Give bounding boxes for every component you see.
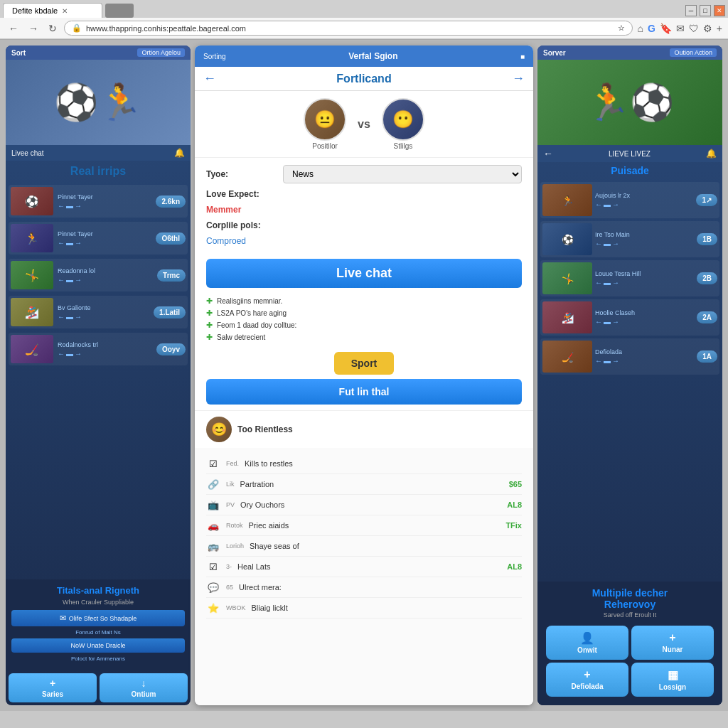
list-item: 🚗 Rotok Priec aiaids TFix <box>206 515 522 536</box>
active-tab[interactable]: Defite kbdale ✕ <box>3 3 102 18</box>
arrow-control[interactable]: ▬ <box>604 318 611 326</box>
right-nav-prev[interactable]: ← <box>543 148 553 159</box>
arrow-right[interactable]: → <box>612 240 619 247</box>
maximize-btn[interactable]: □ <box>700 5 711 16</box>
match-score-btn[interactable]: O6thl <box>156 232 186 245</box>
center-nav-next[interactable]: → <box>512 71 525 86</box>
match-score-btn[interactable]: 2A <box>697 311 717 323</box>
mail-icon[interactable]: ✉ <box>676 23 685 34</box>
arrow-control[interactable]: ▬ <box>66 202 73 210</box>
match-score-btn[interactable]: 1↗ <box>696 194 717 206</box>
match-name: Aujouis lr 2x <box>595 192 693 199</box>
arrow-control[interactable]: ▬ <box>66 239 73 247</box>
tab-close-btn[interactable]: ✕ <box>62 7 68 15</box>
arrow-left[interactable]: ← <box>595 279 602 287</box>
left-header-btn[interactable]: Ortion Agelou <box>137 48 185 57</box>
arrow-right[interactable]: → <box>75 202 82 210</box>
arrow-control[interactable]: ▬ <box>66 276 73 284</box>
match-score-btn[interactable]: Trmc <box>157 269 186 282</box>
arrow-control[interactable]: ▬ <box>604 279 611 287</box>
user-section: 😊 Too Rientless <box>195 410 533 448</box>
address-text: hwww.thappring.conhis:peattale.bagereal.… <box>86 24 614 33</box>
trial-button[interactable]: Fut lin thal <box>206 379 522 405</box>
list-item: 🤸 Readonna lol ← ▬ → Trmc <box>9 259 188 291</box>
right-btn2[interactable]: + Nunar <box>631 626 714 660</box>
arrow-right[interactable]: → <box>75 239 82 247</box>
arrow-right[interactable]: → <box>612 318 619 326</box>
arrow-right[interactable]: → <box>612 200 619 208</box>
check-icon: ✚ <box>206 309 213 318</box>
user-avatar: 😊 <box>206 417 232 442</box>
arrow-control[interactable]: ▬ <box>66 313 73 321</box>
nav-icons: ⌂ G 🔖 ✉ 🛡 ⚙ + <box>637 23 722 34</box>
form-section: Tyoe: News Love Expect: Memmer Corplile … <box>195 158 533 259</box>
left-btn1[interactable]: ✉ Olife Sfect So Shadaple <box>11 610 185 626</box>
center-nav-prev[interactable]: ← <box>203 71 216 86</box>
arrow-right[interactable]: → <box>75 276 82 284</box>
match-score-btn[interactable]: Ooyv <box>156 343 186 355</box>
arrow-left[interactable]: ← <box>595 240 602 247</box>
match-score-btn[interactable]: 1B <box>697 233 717 245</box>
form-type-select[interactable]: News <box>283 165 522 183</box>
list-item: 🏃 Pinnet Tayer ← ▬ → O6thl <box>9 222 188 255</box>
arrow-left[interactable]: ← <box>58 239 65 247</box>
plus-icon[interactable]: + <box>717 23 722 34</box>
close-btn[interactable]: ✕ <box>714 5 725 16</box>
form-corp-value: Comproed <box>206 236 246 246</box>
right-btn3[interactable]: + Defiolada <box>546 663 628 697</box>
center-nav: ← Fortlicand → <box>195 67 533 91</box>
item-value: TFix <box>505 521 522 530</box>
arrow-left[interactable]: ← <box>58 350 65 358</box>
bookmark-icon[interactable]: 🔖 <box>660 23 672 34</box>
google-icon[interactable]: G <box>648 23 655 34</box>
right-btn1[interactable]: 👤 Onwit <box>546 626 628 660</box>
arrow-right[interactable]: → <box>75 313 82 321</box>
arrow-left[interactable]: ← <box>595 200 602 208</box>
sport-button[interactable]: Sport <box>334 352 395 375</box>
live-chat-button[interactable]: Live chat <box>206 259 522 288</box>
match-score-btn[interactable]: 1.Latil <box>154 306 186 318</box>
item-icon: ⭐ <box>206 601 220 615</box>
match-info: Pinnet Tayer ← ▬ → <box>58 230 151 247</box>
arrow-right[interactable]: → <box>612 279 619 287</box>
tab-title: Defite kbdale <box>12 6 58 15</box>
list-item: ☑ Fed. Kills to restles <box>206 454 522 474</box>
match-score-btn[interactable]: 2.6kn <box>156 196 186 208</box>
right-header-btn[interactable]: Oution Action <box>670 48 717 57</box>
arrow-right[interactable]: → <box>612 357 619 365</box>
arrow-control[interactable]: ▬ <box>604 200 611 208</box>
features-list: ✚Realisgiins memniar.✚LS2A PO's hare agi… <box>195 294 533 348</box>
arrow-control[interactable]: ▬ <box>604 357 611 365</box>
item-icon: 💬 <box>206 580 220 594</box>
left-action1-btn[interactable]: + Saries <box>9 673 97 702</box>
settings-icon[interactable]: ⚙ <box>703 23 712 34</box>
left-action2-btn[interactable]: ↓ Ontium <box>100 673 188 702</box>
list-item: 🏒 Defiolada ← ▬ → 1A <box>540 338 719 375</box>
arrow-control[interactable]: ▬ <box>604 240 611 247</box>
arrow-left[interactable]: ← <box>58 276 65 284</box>
left-bottom-title: Titals-anal Rigneth <box>11 585 185 596</box>
match-arrows: ← ▬ → <box>595 279 694 287</box>
arrow-left[interactable]: ← <box>58 313 65 321</box>
minimize-btn[interactable]: ─ <box>685 5 697 16</box>
back-btn[interactable]: ← <box>6 21 21 36</box>
sport-btn-label: Sport <box>351 358 378 369</box>
arrow-left[interactable]: ← <box>595 318 602 326</box>
match-score-btn[interactable]: 1A <box>697 350 717 363</box>
right-btn4[interactable]: ▦ Lossign <box>631 663 714 697</box>
reload-btn[interactable]: ↻ <box>46 21 60 36</box>
arrow-left[interactable]: ← <box>58 202 65 210</box>
arrow-left[interactable]: ← <box>595 357 602 365</box>
center-header: Sorting Verfal Sgion ■ <box>195 46 533 67</box>
address-bar[interactable]: 🔒 hwww.thappring.conhis:peattale.bagerea… <box>64 21 633 36</box>
arrow-control[interactable]: ▬ <box>66 350 73 358</box>
shield-icon[interactable]: 🛡 <box>689 23 699 34</box>
arrow-right[interactable]: → <box>75 350 82 358</box>
plus-icon: + <box>50 678 55 689</box>
right-bottom-title: Multipile decherReherovoy <box>543 587 717 610</box>
home-icon[interactable]: ⌂ <box>637 23 643 34</box>
left-btn2[interactable]: NoW Unate Draicle <box>11 638 185 653</box>
forward-btn[interactable]: → <box>26 21 41 36</box>
match-name: Pinnet Tayer <box>58 230 151 237</box>
match-score-btn[interactable]: 2B <box>697 272 717 284</box>
